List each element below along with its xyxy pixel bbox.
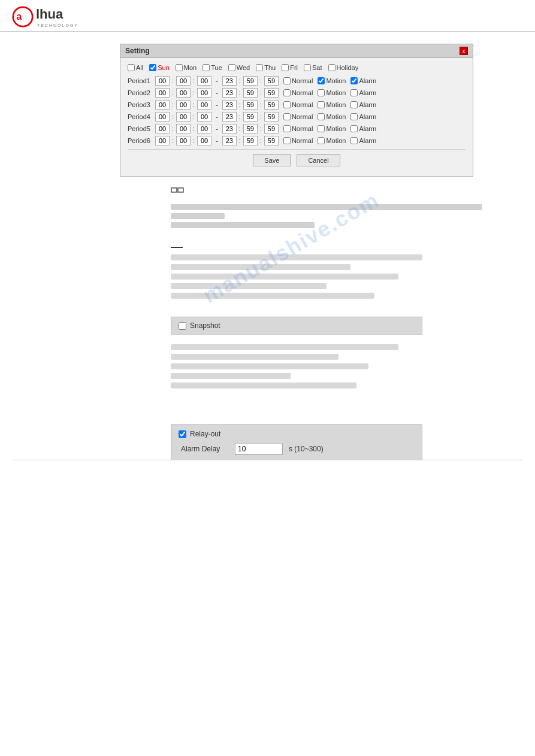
period-start-5-0[interactable] [155,124,170,133]
svg-text:a: a [16,11,22,22]
period-start-5-2[interactable] [197,124,211,133]
period-end-1-1[interactable] [243,76,258,86]
period-start-4-1[interactable] [176,112,191,122]
period-start-2-2[interactable] [197,88,211,98]
period-start-2-0[interactable] [155,88,170,98]
period-end-3-1[interactable] [243,100,258,110]
day-thu-checkbox[interactable] [256,64,263,71]
alarm-delay-label: Alarm Delay [181,445,229,453]
period-end-5-0[interactable] [222,124,237,133]
day-all-checkbox[interactable] [128,64,135,71]
day-holiday-checkbox[interactable] [328,64,335,71]
day-holiday[interactable]: Holiday [328,64,359,71]
period-alarm-checkbox-5[interactable] [350,125,358,132]
period-motion-2[interactable]: Motion [318,89,346,96]
save-button[interactable]: Save [253,154,291,166]
period-normal-2[interactable]: Normal [283,89,313,96]
day-sun[interactable]: Sun [149,64,170,71]
period-start-1-1[interactable] [176,76,191,86]
period-end-6-0[interactable] [222,136,237,145]
period-start-1-2[interactable] [197,76,211,86]
period-alarm-5[interactable]: Alarm [350,125,376,132]
period-start-4-0[interactable] [155,112,170,122]
period-end-6-1[interactable] [243,136,258,145]
period-end-3-0[interactable] [222,100,237,110]
period-start-3-2[interactable] [197,100,211,110]
dialog-close-button[interactable]: x [460,47,468,55]
period-normal-1[interactable]: Normal [283,77,313,84]
period-end-4-1[interactable] [243,112,258,122]
period-end-5-1[interactable] [243,124,258,133]
period-normal-3[interactable]: Normal [283,101,313,108]
period-normal-6[interactable]: Normal [283,137,313,144]
period-start-1-0[interactable] [155,76,170,86]
period-start-2-1[interactable] [176,88,191,98]
period-alarm-2[interactable]: Alarm [350,89,376,96]
period-alarm-3[interactable]: Alarm [350,101,376,108]
period-motion-4[interactable]: Motion [318,113,346,120]
period-normal-checkbox-5[interactable] [283,125,291,132]
period-motion-checkbox-4[interactable] [318,113,325,120]
day-wed[interactable]: Wed [228,64,250,71]
period-end-4-0[interactable] [222,112,237,122]
period-normal-checkbox-2[interactable] [283,89,291,96]
period-end-2-1[interactable] [243,88,258,98]
period-alarm-4[interactable]: Alarm [350,113,376,120]
period-end-3-2[interactable] [264,100,279,110]
cancel-button[interactable]: Cancel [297,154,340,166]
relayout-checkbox[interactable] [179,430,186,438]
period-normal-checkbox-3[interactable] [283,101,291,108]
period-start-6-0[interactable] [155,136,170,145]
period-normal-checkbox-1[interactable] [283,77,291,84]
period-alarm-1[interactable]: Alarm [350,77,376,84]
day-thu[interactable]: Thu [256,64,276,71]
period-end-5-2[interactable] [264,124,279,133]
period-alarm-checkbox-4[interactable] [350,113,358,120]
period-end-2-0[interactable] [222,88,237,98]
period-alarm-checkbox-6[interactable] [350,137,358,144]
period-motion-checkbox-2[interactable] [318,89,325,96]
period-end-1-2[interactable] [264,76,279,86]
period-start-4-2[interactable] [197,112,211,122]
period-motion-3[interactable]: Motion [318,101,346,108]
period-motion-checkbox-1[interactable] [318,77,325,84]
day-fri-checkbox[interactable] [282,64,289,71]
period-motion-checkbox-6[interactable] [318,137,325,144]
main-content: Setting x All Sun Mon [0,32,535,472]
period-normal-checkbox-4[interactable] [283,113,291,120]
period-normal-checkbox-6[interactable] [283,137,291,144]
period-normal-4[interactable]: Normal [283,113,313,120]
day-sat-checkbox[interactable] [304,64,311,71]
period-end-1-0[interactable] [222,76,237,86]
period-motion-1[interactable]: Motion [318,77,346,84]
period-alarm-checkbox-2[interactable] [350,89,358,96]
period-motion-checkbox-3[interactable] [318,101,325,108]
day-fri[interactable]: Fri [282,64,298,71]
period-motion-checkbox-5[interactable] [318,125,325,132]
period-alarm-6[interactable]: Alarm [350,137,376,144]
snapshot-checkbox[interactable] [179,322,186,330]
period-end-6-2[interactable] [264,136,279,145]
period-end-2-2[interactable] [264,88,279,98]
period-alarm-checkbox-3[interactable] [350,101,358,108]
day-sun-checkbox[interactable] [149,64,156,71]
period-alarm-checkbox-1[interactable] [350,77,358,84]
period-start-6-1[interactable] [176,136,191,145]
day-mon-checkbox[interactable] [176,64,183,71]
day-tue[interactable]: Tue [202,64,222,71]
day-tue-checkbox[interactable] [202,64,210,71]
day-sat[interactable]: Sat [304,64,322,71]
period-motion-6[interactable]: Motion [318,137,346,144]
period-motion-5[interactable]: Motion [318,125,346,132]
day-wed-checkbox[interactable] [228,64,235,71]
day-fri-label: Fri [290,64,298,71]
period-start-3-0[interactable] [155,100,170,110]
period-start-6-2[interactable] [197,136,211,145]
period-start-5-1[interactable] [176,124,191,133]
day-all[interactable]: All [128,64,143,71]
period-normal-5[interactable]: Normal [283,125,313,132]
period-start-3-1[interactable] [176,100,191,110]
alarm-delay-input[interactable] [235,443,283,455]
period-end-4-2[interactable] [264,112,279,122]
day-mon[interactable]: Mon [176,64,197,71]
